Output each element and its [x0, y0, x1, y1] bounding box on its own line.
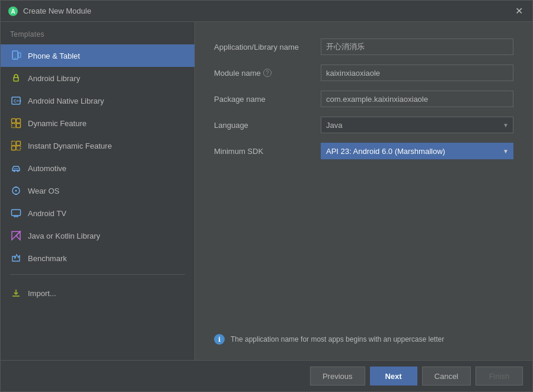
sidebar-divider	[10, 274, 185, 275]
import-label: Import...	[28, 289, 56, 298]
sidebar-label-phone-tablet: Phone & Tablet	[28, 52, 80, 60]
sidebar-item-phone-tablet[interactable]: Phone & Tablet	[1, 44, 194, 67]
svg-rect-9	[12, 119, 16, 123]
language-select-wrapper: Java Kotlin ▼	[321, 117, 513, 133]
android-library-icon	[10, 72, 22, 84]
svg-rect-3	[18, 53, 21, 57]
sidebar-label-wear-os: Wear OS	[28, 187, 59, 195]
sidebar-label-dynamic-feature: Dynamic Feature	[28, 119, 87, 128]
sidebar-label-kotlin-library: Java or Kotlin Library	[28, 232, 100, 240]
sidebar-label-automotive: Automotive	[28, 164, 66, 173]
sidebar: Templates Phone & Tablet	[1, 22, 195, 360]
create-new-module-dialog: A Create New Module ✕ Templates Phone & …	[0, 0, 533, 392]
close-button[interactable]: ✕	[513, 7, 525, 16]
svg-rect-16	[17, 146, 21, 150]
module-name-row: Module name ?	[214, 65, 513, 81]
language-row: Language Java Kotlin ▼	[214, 117, 513, 133]
module-name-input[interactable]	[321, 65, 513, 81]
sidebar-import[interactable]: Import...	[1, 282, 194, 304]
minimum-sdk-select-wrapper: API 21: Android 5.0 (Lollipop) API 22: A…	[321, 143, 513, 159]
sidebar-label-android-tv: Android TV	[28, 209, 66, 218]
svg-rect-11	[17, 119, 21, 123]
sidebar-item-dynamic-feature[interactable]: Dynamic Feature	[1, 112, 194, 134]
native-library-icon: C++	[10, 95, 22, 107]
svg-rect-21	[15, 194, 17, 195]
svg-rect-20	[15, 187, 17, 188]
main-content: Application/Library name Module name ? P…	[195, 22, 532, 360]
dialog-footer: Previous Next Cancel Finish	[1, 360, 532, 391]
app-name-input[interactable]	[321, 38, 513, 55]
wear-os-icon	[10, 185, 22, 197]
info-icon: ℹ	[214, 334, 225, 345]
svg-point-4	[15, 57, 16, 59]
minimum-sdk-select[interactable]: API 21: Android 5.0 (Lollipop) API 22: A…	[321, 143, 513, 159]
dialog-title: Create New Module	[23, 7, 513, 15]
module-name-help-icon[interactable]: ?	[263, 69, 272, 77]
android-tv-icon	[10, 207, 22, 219]
dialog-body: Templates Phone & Tablet	[1, 22, 532, 360]
sidebar-item-native-library[interactable]: C++ Android Native Library	[1, 89, 194, 112]
sidebar-item-benchmark[interactable]: Benchmark	[1, 247, 194, 269]
package-name-row: Package name	[214, 91, 513, 107]
info-text: The application name for most apps begin…	[231, 335, 444, 343]
next-button[interactable]: Next	[370, 367, 417, 385]
finish-button[interactable]: Finish	[475, 367, 523, 385]
package-name-input[interactable]	[321, 91, 513, 107]
sidebar-item-android-library[interactable]: Android Library	[1, 67, 194, 89]
sidebar-label-benchmark: Benchmark	[28, 254, 67, 263]
spacer	[214, 169, 513, 328]
svg-rect-14	[12, 146, 16, 150]
sidebar-item-instant-dynamic[interactable]: Instant Dynamic Feature	[1, 134, 194, 157]
benchmark-icon	[10, 252, 22, 264]
info-bar: ℹ The application name for most apps beg…	[214, 328, 513, 351]
sidebar-item-automotive[interactable]: Automotive	[1, 157, 194, 179]
cancel-button[interactable]: Cancel	[422, 367, 471, 385]
minimum-sdk-row: Minimum SDK API 21: Android 5.0 (Lollipo…	[214, 143, 513, 159]
automotive-icon	[10, 162, 22, 174]
sidebar-label-instant-dynamic: Instant Dynamic Feature	[28, 142, 112, 150]
svg-rect-12	[17, 124, 21, 128]
sidebar-item-wear-os[interactable]: Wear OS	[1, 179, 194, 202]
svg-rect-10	[12, 124, 16, 128]
svg-point-22	[15, 190, 17, 192]
sidebar-label-native-library: Android Native Library	[28, 97, 104, 105]
svg-rect-15	[17, 142, 21, 146]
phone-tablet-icon	[10, 50, 22, 62]
app-name-label: Application/Library name	[214, 43, 321, 52]
dynamic-feature-icon	[10, 117, 22, 129]
import-icon	[10, 287, 22, 299]
sidebar-item-android-tv[interactable]: Android TV	[1, 202, 194, 224]
previous-button[interactable]: Previous	[310, 367, 365, 385]
sidebar-header: Templates	[1, 22, 194, 44]
svg-rect-23	[12, 210, 21, 216]
minimum-sdk-label: Minimum SDK	[214, 147, 321, 156]
module-name-label: Module name ?	[214, 69, 321, 78]
svg-text:C++: C++	[14, 99, 21, 103]
svg-rect-13	[12, 142, 16, 146]
language-label: Language	[214, 121, 321, 130]
sidebar-label-android-library: Android Library	[28, 74, 80, 83]
svg-marker-25	[16, 232, 20, 240]
app-name-row: Application/Library name	[214, 38, 513, 55]
svg-text:A: A	[11, 8, 15, 15]
package-name-label: Package name	[214, 95, 321, 104]
kotlin-library-icon	[10, 230, 22, 242]
sidebar-item-kotlin-library[interactable]: Java or Kotlin Library	[1, 224, 194, 247]
title-bar: A Create New Module ✕	[1, 1, 532, 22]
instant-dynamic-icon	[10, 140, 22, 152]
app-icon: A	[8, 6, 18, 17]
language-select[interactable]: Java Kotlin	[321, 117, 513, 133]
